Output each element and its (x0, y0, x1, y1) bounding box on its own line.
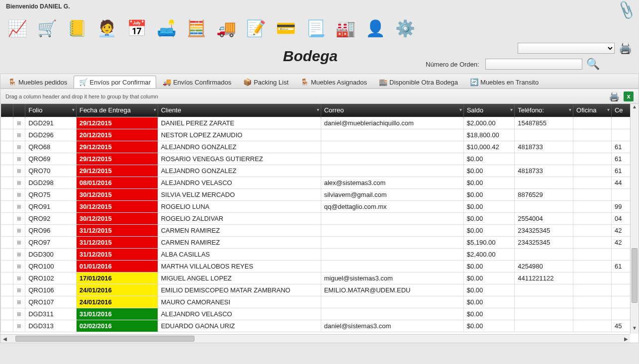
list-icon[interactable]: 📃 (305, 18, 326, 39)
tab-envios-confirmar[interactable]: 🛒Envíos por Confirmar (74, 76, 156, 88)
expand-cell[interactable]: ⊞ (13, 177, 25, 188)
expand-cell[interactable] (1, 224, 13, 236)
sofa-icon[interactable]: 🛋️ (156, 18, 177, 39)
col-saldo[interactable]: Saldo▾ (463, 104, 515, 117)
table-row[interactable]: ⊞QRO9130/12/2015ROGELIO LUNAqq@dettaglio… (1, 200, 632, 212)
expand-cell[interactable] (1, 129, 13, 141)
expand-cell[interactable]: ⊞ (13, 153, 25, 165)
expand-cell[interactable]: ⊞ (13, 308, 25, 320)
filter-icon[interactable]: ▾ (459, 107, 462, 112)
filter-icon[interactable]: ▾ (510, 107, 513, 112)
warehouse-select[interactable] (518, 43, 615, 54)
order-number-input[interactable] (485, 59, 582, 70)
expand-cell[interactable]: ⊞ (13, 296, 25, 308)
expand-cell[interactable]: ⊞ (13, 165, 25, 177)
tab-muebles-pedidos[interactable]: 🪑Muebles pedidos (2, 76, 73, 88)
export-excel-icon[interactable]: x (624, 91, 634, 101)
expand-cell[interactable] (1, 236, 13, 248)
expand-cell[interactable]: ⊞ (13, 260, 25, 272)
cart-icon[interactable]: 🛒 (37, 18, 58, 39)
expand-cell[interactable] (1, 165, 13, 177)
expand-cell[interactable]: ⊞ (13, 141, 25, 153)
card-icon[interactable]: 💳 (275, 18, 296, 39)
col-fecha[interactable]: Fecha de Entrega▾ (76, 104, 158, 117)
scroll-right-icon[interactable]: ▶ (622, 335, 630, 343)
expand-cell[interactable] (1, 308, 13, 320)
expand-cell[interactable] (1, 212, 13, 224)
table-row[interactable]: ⊞DGD29129/12/2015DANIEL PEREZ ZARATEdani… (1, 117, 632, 129)
expand-cell[interactable]: ⊞ (13, 248, 25, 260)
col-folio[interactable]: Folio▾ (25, 104, 77, 117)
scroll-up-icon[interactable]: ▲ (631, 104, 639, 112)
col-telefono[interactable]: Teléfono:▾ (515, 104, 573, 117)
expand-cell[interactable] (1, 320, 13, 332)
expand-cell[interactable] (1, 272, 13, 284)
table-row[interactable]: ⊞QRO7530/12/2015SILVIA VELIZ MERCADOsilv… (1, 188, 632, 200)
tab-disponible-bodega[interactable]: 🏬Disponible Otra Bodega (373, 76, 463, 88)
calculator-icon[interactable]: 🧮 (186, 18, 207, 39)
table-row[interactable]: ⊞QRO9731/12/2015CARMEN RAMIREZ$5,190.002… (1, 236, 632, 248)
filter-icon[interactable]: ▾ (154, 107, 156, 112)
expand-cell[interactable]: ⊞ (13, 272, 25, 284)
vertical-scrollbar[interactable]: ▲ ▼ (630, 104, 639, 334)
edit-icon[interactable]: 📝 (246, 18, 267, 39)
table-row[interactable]: ⊞QRO9631/12/2015CARMEN RAMIREZ$0.0023432… (1, 224, 632, 236)
expand-cell[interactable]: ⊞ (13, 284, 25, 296)
expand-cell[interactable] (1, 141, 13, 153)
col-expand2[interactable] (13, 104, 25, 117)
filter-icon[interactable]: ▾ (317, 107, 319, 112)
expand-cell[interactable]: ⊞ (13, 200, 25, 212)
group-drop-area[interactable]: Drag a column header and drop it here to… (0, 89, 639, 104)
expand-cell[interactable] (1, 153, 13, 165)
expand-cell[interactable] (1, 284, 13, 296)
col-cliente[interactable]: Cliente▾ (158, 104, 321, 117)
expand-cell[interactable]: ⊞ (13, 188, 25, 200)
customer-icon[interactable]: 👤 (365, 18, 386, 39)
col-cel[interactable]: Ce (611, 104, 632, 117)
contacts-icon[interactable]: 📒 (67, 18, 88, 39)
col-expand[interactable] (1, 104, 13, 117)
calendar-icon[interactable]: 📅 (126, 18, 147, 39)
table-row[interactable]: ⊞QRO10001/01/2016MARTHA VILLALOBOS REYES… (1, 260, 632, 272)
filter-icon[interactable]: ▾ (607, 107, 610, 112)
tab-envios-confirmados[interactable]: 🚚Envíos Confirmados (157, 76, 237, 88)
table-row[interactable]: ⊞QRO7029/12/2015ALEJANDRO GONZALEZ$0.004… (1, 165, 632, 177)
table-row[interactable]: ⊞QRO10624/01/2016EMILIO DEMISCOPEO MATAR… (1, 284, 632, 296)
scroll-left-icon[interactable]: ◀ (0, 335, 9, 343)
col-oficina[interactable]: Oficina▾ (573, 104, 612, 117)
tab-muebles-asignados[interactable]: 🪑Muebles Asignados (295, 76, 372, 88)
expand-cell[interactable]: ⊞ (13, 212, 25, 224)
grid-print-icon[interactable]: 🖨️ (609, 91, 620, 102)
expand-cell[interactable] (1, 200, 13, 212)
expand-cell[interactable]: ⊞ (13, 129, 25, 141)
chart-icon[interactable]: 📈 (7, 18, 28, 39)
expand-cell[interactable] (1, 248, 13, 260)
horizontal-scrollbar[interactable]: ◀ ▶ (0, 334, 630, 343)
filter-icon[interactable]: ▾ (569, 107, 571, 112)
expand-cell[interactable]: ⊞ (13, 320, 25, 332)
expand-cell[interactable] (1, 177, 13, 188)
tab-packing-list[interactable]: 📦Packing List (238, 76, 294, 88)
table-row[interactable]: ⊞QRO6929/12/2015ROSARIO VENEGAS GUTIERRE… (1, 153, 632, 165)
expand-cell[interactable]: ⊞ (13, 224, 25, 236)
print-icon[interactable]: 🖨️ (619, 42, 632, 55)
table-row[interactable]: ⊞DGD29620/12/2015NESTOR LOPEZ ZAMUDIO$18… (1, 129, 632, 141)
filter-icon[interactable]: ▾ (72, 107, 75, 112)
user-games-icon[interactable]: 🧑‍💼 (96, 18, 117, 39)
table-row[interactable]: ⊞QRO10724/01/2016MAURO CAMORANESI$0.00 (1, 296, 632, 308)
tab-muebles-transito[interactable]: 🔄Muebles en Transito (464, 76, 544, 88)
gear-icon[interactable]: ⚙️ (395, 18, 416, 39)
table-row[interactable]: ⊞QRO10217/01/2016MIGUEL ANGEL LOPEZmigue… (1, 272, 632, 284)
scroll-thumb[interactable] (632, 248, 638, 303)
expand-cell[interactable] (1, 260, 13, 272)
expand-cell[interactable]: ⊞ (13, 117, 25, 129)
table-row[interactable]: ⊞QRO9230/12/2015ROGELIO ZALDIVAR$0.00255… (1, 212, 632, 224)
table-row[interactable]: ⊞DGD31131/01/2016ALEJANDRO VELASCO$0.00 (1, 308, 632, 320)
expand-cell[interactable] (1, 296, 13, 308)
search-icon[interactable]: 🔍 (586, 58, 600, 71)
truck-icon[interactable]: 🚚 (216, 18, 237, 39)
table-row[interactable]: ⊞DGD30031/12/2015ALBA CASILLAS$2,400.00 (1, 248, 632, 260)
expand-cell[interactable] (1, 188, 13, 200)
expand-cell[interactable] (1, 117, 13, 129)
table-row[interactable]: ⊞DGD29808/01/2016ALEJANDRO VELASCOalex@s… (1, 177, 632, 188)
